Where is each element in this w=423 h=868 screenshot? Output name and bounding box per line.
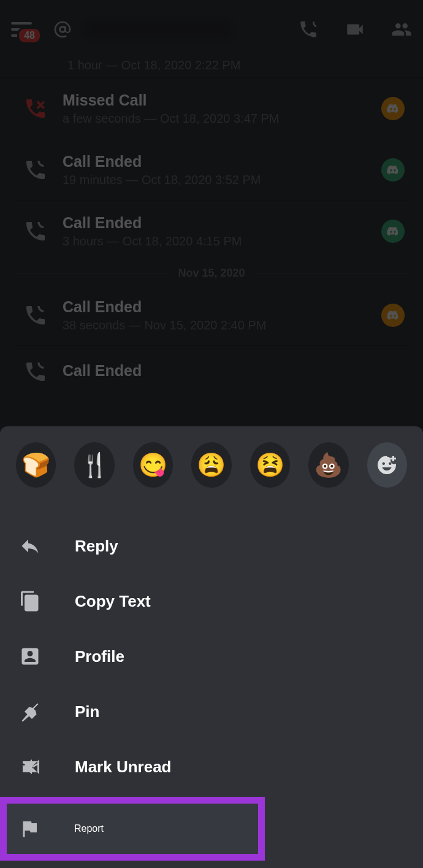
menu-label: Pin [75,702,99,721]
menu-label: Report [74,823,104,834]
reaction-emoji[interactable]: 😩 [191,442,231,488]
reply-icon [18,534,42,558]
profile-icon [18,645,42,668]
reply-menu-item[interactable]: Reply [0,518,423,574]
menu-list: Reply Copy Text Profile Pin [0,496,423,861]
chat-screen: 48 1 hour — Oct 18, 2020 2:22 PM M [0,0,423,868]
mark-unread-icon [18,755,42,778]
menu-label: Reply [75,537,118,556]
report-menu-item[interactable]: Report [7,804,258,854]
reaction-emoji[interactable]: 💩 [308,442,348,488]
pin-icon [18,700,42,723]
menu-label: Copy Text [75,592,151,611]
menu-label: Mark Unread [75,758,172,777]
report-highlight-box: Report [0,797,265,861]
reaction-emoji[interactable]: 😋 [133,442,173,488]
mark-unread-menu-item[interactable]: Mark Unread [0,739,423,794]
copy-icon [18,590,42,613]
copy-text-menu-item[interactable]: Copy Text [0,574,423,629]
menu-label: Profile [75,647,124,666]
context-menu-sheet: 🍞 🍴 😋 😩 😫 💩 Reply Copy Text [0,426,423,868]
flag-icon [18,817,41,840]
profile-menu-item[interactable]: Profile [0,629,423,684]
quick-reactions: 🍞 🍴 😋 😩 😫 💩 [0,426,423,496]
reaction-emoji[interactable]: 😫 [250,442,290,488]
reaction-emoji[interactable]: 🍞 [16,442,56,488]
add-reaction-button[interactable] [367,442,407,488]
pin-menu-item[interactable]: Pin [0,684,423,739]
reaction-emoji[interactable]: 🍴 [74,442,114,488]
